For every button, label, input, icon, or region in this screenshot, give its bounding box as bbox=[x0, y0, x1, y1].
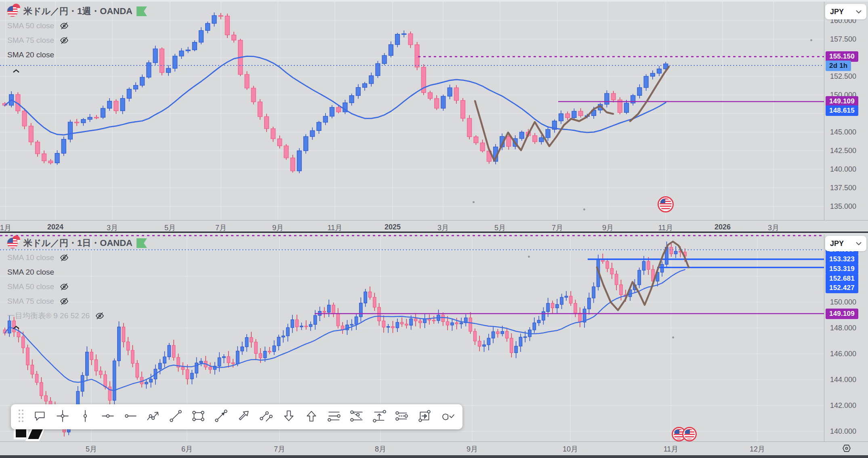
chart-mark-dot bbox=[473, 201, 475, 203]
date-price-range-tool-button[interactable] bbox=[413, 405, 436, 428]
bottom-edge-bar bbox=[0, 455, 868, 458]
indicator-row-sma-10-close[interactable]: SMA 10 close bbox=[7, 250, 147, 265]
arrow-up-tool-button[interactable] bbox=[300, 405, 323, 428]
arrow-line-tool-button[interactable] bbox=[210, 405, 232, 428]
drawing-toolbar bbox=[11, 404, 462, 429]
indicator-label: SMA 75 close bbox=[7, 36, 54, 45]
rectangle-tool-button[interactable] bbox=[187, 405, 210, 428]
date-price-range-icon bbox=[417, 409, 432, 425]
daily-time-axis[interactable]: 5月6月7月8月9月10月11月12月 bbox=[0, 441, 868, 455]
price-label-153.323: 153.323 bbox=[826, 254, 858, 265]
indicator-row-sma-50-close[interactable]: SMA 50 close bbox=[7, 279, 147, 294]
price-tick: 148.000 bbox=[830, 324, 856, 332]
indicator-row-sma-20-close[interactable]: SMA 20 close bbox=[7, 265, 147, 279]
zigzag-arrow-icon bbox=[146, 409, 160, 425]
fib-channel-icon bbox=[395, 409, 409, 425]
chevron-down-icon bbox=[856, 242, 862, 246]
visibility-off-icon[interactable] bbox=[59, 21, 69, 31]
indicator-row--9-26-52-26[interactable]: 一目均衡表® 9 26 52 26 bbox=[7, 309, 147, 323]
horizontal-line-tool-button[interactable] bbox=[97, 405, 119, 428]
fib-channel-tool-button[interactable] bbox=[391, 405, 413, 428]
chevron-down-icon bbox=[856, 10, 862, 14]
usdjpy-pair-flag-icon bbox=[7, 237, 19, 249]
price-tick: 140.000 bbox=[830, 165, 856, 174]
time-tick: 8月 bbox=[375, 444, 386, 454]
fib-extension-tool-button[interactable] bbox=[345, 405, 368, 428]
arrow-down-tool-button[interactable] bbox=[277, 405, 300, 428]
visibility-off-icon[interactable] bbox=[95, 311, 105, 321]
time-axis-settings-icon[interactable] bbox=[841, 443, 852, 455]
indicator-label: SMA 20 close bbox=[7, 268, 54, 277]
chart-mark-dot bbox=[672, 336, 674, 338]
price-tick: 142.500 bbox=[830, 147, 856, 155]
time-tick: 5月 bbox=[86, 444, 97, 454]
trend-line-tool-button[interactable] bbox=[164, 405, 187, 428]
curve-tool-tool-button[interactable] bbox=[436, 405, 458, 428]
callout-tool-button[interactable] bbox=[29, 405, 51, 428]
panel-separator[interactable] bbox=[0, 231, 868, 233]
weekly-price-scale[interactable]: 160.000157.500155.000152.500150.000147.5… bbox=[824, 2, 868, 220]
visibility-off-icon[interactable] bbox=[59, 35, 69, 46]
price-tick: 135.000 bbox=[830, 202, 856, 211]
fib-retracement-tool-button[interactable] bbox=[323, 405, 345, 428]
indicator-row-sma-75-close[interactable]: SMA 75 close bbox=[7, 33, 147, 48]
time-tick: 11月 bbox=[328, 223, 343, 231]
projection-icon bbox=[372, 409, 387, 425]
daily-symbol-title: 米ドル／円・1日・OANDA bbox=[23, 237, 132, 249]
cross-line-tool-button[interactable] bbox=[51, 405, 74, 428]
weekly-time-axis[interactable]: 1月20243月5月7月9月11月20253月5月7月9月11月20263月 bbox=[0, 220, 868, 231]
daily-price-scale[interactable]: 154.000152.000150.000148.000146.000144.0… bbox=[824, 234, 868, 441]
economic-event-us-flag-icon[interactable] bbox=[658, 196, 674, 212]
parallel-channel-tool-button[interactable] bbox=[255, 405, 277, 428]
visibility-off-icon[interactable] bbox=[59, 252, 69, 263]
weekly-symbol-row[interactable]: 米ドル／円・1週・OANDA bbox=[7, 4, 147, 19]
horizontal-ray-tool-button[interactable] bbox=[119, 405, 142, 428]
price-tick: 145.000 bbox=[830, 128, 856, 137]
time-tick: 10月 bbox=[563, 444, 578, 454]
brush-drawing[interactable] bbox=[630, 67, 669, 121]
weekly-legend: 米ドル／円・1週・OANDA SMA 50 closeSMA 75 closeS… bbox=[7, 4, 147, 62]
time-tick: 9月 bbox=[272, 223, 284, 231]
arrow-down-icon bbox=[282, 409, 296, 425]
indicator-label: SMA 50 close bbox=[7, 21, 54, 30]
toolbar-drag-handle-icon[interactable] bbox=[15, 409, 29, 425]
zigzag-arrow-tool-button[interactable] bbox=[142, 405, 164, 428]
arrow-line-icon bbox=[214, 409, 228, 425]
daily-symbol-row[interactable]: 米ドル／円・1日・OANDA bbox=[7, 236, 147, 250]
indicator-row-sma-50-close[interactable]: SMA 50 close bbox=[7, 19, 147, 33]
flag-bookmark-icon[interactable] bbox=[137, 6, 147, 16]
vertical-line-tool-button[interactable] bbox=[74, 405, 97, 428]
projection-tool-button[interactable] bbox=[368, 405, 391, 428]
chart-mark-dot bbox=[528, 256, 530, 258]
indicator-row-sma-20-close[interactable]: SMA 20 close bbox=[7, 48, 147, 62]
indicator-label: SMA 75 close bbox=[7, 297, 54, 306]
time-tick: 7月 bbox=[215, 223, 227, 231]
flag-bookmark-icon[interactable] bbox=[137, 238, 147, 248]
daily-currency-dropdown[interactable]: JPY bbox=[825, 236, 866, 251]
price-tick: 144.000 bbox=[830, 376, 856, 384]
time-tick: 7月 bbox=[552, 223, 563, 231]
indicator-label: SMA 10 close bbox=[7, 253, 54, 262]
price-tick: 140.000 bbox=[830, 427, 856, 436]
weekly-currency-dropdown[interactable]: JPY bbox=[825, 4, 866, 19]
price-label-152.427: 152.427 bbox=[826, 283, 858, 293]
visibility-off-icon[interactable] bbox=[59, 296, 69, 307]
time-tick: 7月 bbox=[274, 444, 285, 454]
price-tick: 157.500 bbox=[830, 35, 856, 44]
callout-icon bbox=[33, 409, 47, 425]
chart-mark-dot bbox=[810, 39, 812, 41]
daily-legend-collapse-chevron[interactable] bbox=[12, 324, 20, 331]
trading-chart-app: 160.000157.500155.000152.500150.000147.5… bbox=[0, 0, 868, 458]
rectangle-icon bbox=[191, 409, 206, 425]
indicator-row-sma-75-close[interactable]: SMA 75 close bbox=[7, 294, 147, 309]
time-tick: 11月 bbox=[664, 444, 679, 454]
time-tick: 5月 bbox=[164, 223, 176, 231]
arrow-marker-tool-button[interactable] bbox=[232, 405, 255, 428]
economic-event-us-flag-icon[interactable] bbox=[682, 427, 697, 441]
weekly-chart-panel: 160.000157.500155.000152.500150.000147.5… bbox=[0, 2, 868, 231]
visibility-off-icon[interactable] bbox=[59, 282, 69, 292]
cross-line-icon bbox=[55, 409, 70, 425]
time-tick: 3月 bbox=[437, 223, 449, 231]
weekly-legend-collapse-chevron[interactable] bbox=[12, 67, 20, 75]
price-tick: 146.000 bbox=[830, 350, 856, 358]
